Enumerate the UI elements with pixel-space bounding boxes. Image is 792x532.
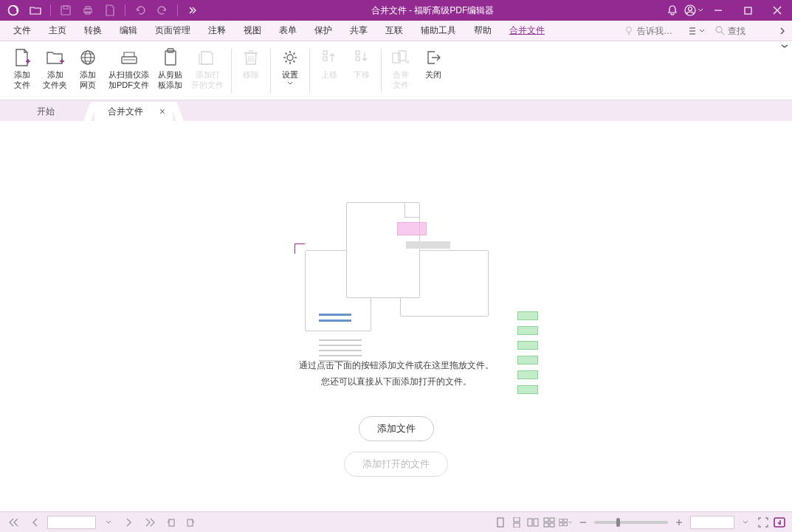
window-controls — [662, 0, 792, 21]
zoom-dropdown-icon[interactable] — [737, 514, 754, 531]
print-icon[interactable] — [78, 0, 98, 21]
ribbon-toolbar: 添加 文件 添加 文件夹 添加 网页 从扫描仪添 加PDF文件 从剪贴 板添加 … — [0, 41, 792, 100]
tellme-search[interactable] — [619, 24, 682, 38]
layout-more-icon[interactable] — [559, 516, 572, 529]
menu-combine[interactable]: 合并文件 — [500, 22, 554, 39]
title-bar: 合并文件 - 福昕高级PDF编辑器 — [0, 0, 792, 21]
page-dropdown-icon[interactable] — [100, 514, 117, 531]
open-icon[interactable] — [25, 0, 46, 21]
status-bar — [0, 511, 792, 532]
menu-home[interactable]: 主页 — [40, 22, 75, 39]
rotate-left-icon[interactable] — [162, 514, 179, 531]
svg-point-0 — [9, 6, 18, 15]
notification-icon[interactable] — [662, 0, 683, 21]
menu-share[interactable]: 共享 — [341, 22, 376, 39]
add-file-button[interactable]: 添加文件 — [359, 416, 434, 441]
tab-close-icon[interactable]: × — [159, 106, 165, 117]
menu-comment[interactable]: 注释 — [199, 22, 235, 39]
read-mode-icon[interactable] — [773, 516, 786, 529]
chevron-down-icon — [287, 81, 293, 85]
moveup-icon — [319, 47, 340, 68]
layout-single-icon[interactable] — [494, 516, 507, 529]
svg-rect-31 — [165, 51, 176, 65]
ribbon-add-scan[interactable]: 从扫描仪添 加PDF文件 — [104, 46, 154, 91]
exit-icon — [423, 47, 444, 68]
more-icon[interactable] — [182, 0, 203, 21]
menu-help[interactable]: 帮助 — [465, 22, 500, 39]
layout-continuous-icon[interactable] — [510, 516, 523, 529]
ribbon-add-web[interactable]: 添加 网页 — [72, 46, 104, 91]
layout-facing-icon[interactable] — [526, 516, 540, 529]
svg-point-18 — [716, 27, 722, 32]
menu-accessibility[interactable]: 辅助工具 — [412, 22, 465, 39]
svg-rect-54 — [544, 518, 548, 522]
menu-file[interactable]: 文件 — [4, 22, 40, 39]
redo-icon[interactable] — [152, 0, 173, 21]
ribbon-moveup: 上移 — [313, 46, 345, 81]
layout-facing2-icon[interactable] — [543, 516, 556, 529]
svg-rect-1 — [61, 6, 70, 15]
svg-rect-58 — [559, 519, 563, 522]
app-logo-icon — [3, 0, 24, 21]
scanner-icon — [119, 47, 140, 68]
menu-connect[interactable]: 互联 — [376, 22, 412, 39]
open-files-icon — [197, 47, 218, 68]
ribbon-add-clipboard[interactable]: 从剪贴 板添加 — [154, 46, 187, 91]
ribbon-remove: 移除 — [235, 46, 267, 81]
bulb-icon — [624, 26, 634, 35]
tab-combine[interactable]: 合并文件 × — [94, 102, 173, 121]
first-page-icon[interactable] — [6, 514, 22, 531]
zoom-in-icon[interactable] — [671, 514, 687, 531]
undo-icon[interactable] — [130, 0, 151, 21]
rotate-right-icon[interactable] — [183, 514, 199, 531]
save-icon[interactable] — [55, 0, 76, 21]
user-icon[interactable] — [683, 0, 703, 21]
svg-rect-2 — [63, 6, 68, 9]
next-page-icon[interactable] — [121, 514, 137, 531]
svg-rect-42 — [356, 57, 359, 61]
zoom-input[interactable] — [690, 516, 734, 529]
svg-rect-53 — [534, 519, 538, 526]
ribbon-collapse-button[interactable] — [780, 43, 789, 49]
svg-rect-50 — [514, 517, 520, 522]
find-input[interactable] — [728, 26, 768, 36]
svg-rect-4 — [86, 7, 90, 9]
zoom-out-icon[interactable] — [575, 514, 591, 531]
ribbon-add-file[interactable]: 添加 文件 — [6, 46, 38, 91]
page-input[interactable] — [47, 516, 96, 529]
search-icon — [715, 26, 725, 35]
ribbon-close[interactable]: 关闭 — [417, 46, 450, 81]
new-doc-icon[interactable] — [100, 0, 120, 21]
prev-page-icon[interactable] — [27, 514, 43, 531]
drop-illustration — [300, 202, 492, 335]
tellme-input[interactable] — [637, 26, 677, 36]
svg-rect-40 — [323, 57, 327, 61]
zoom-slider[interactable] — [594, 521, 668, 524]
instruction-line2: 您还可以直接从下面添加打开的文件。 — [321, 373, 472, 390]
menu-bar: 文件 主页 转换 编辑 页面管理 注释 视图 表单 保护 共享 互联 辅助工具 … — [0, 21, 792, 41]
menu-form[interactable]: 表单 — [270, 22, 306, 39]
gear-icon — [280, 47, 300, 68]
menu-convert[interactable]: 转换 — [75, 22, 111, 39]
svg-rect-52 — [528, 519, 532, 526]
menu-pages[interactable]: 页面管理 — [146, 22, 199, 39]
menu-protect[interactable]: 保护 — [306, 22, 341, 39]
svg-rect-59 — [564, 519, 568, 522]
menu-view[interactable]: 视图 — [235, 22, 270, 39]
document-tabs: 开始 合并文件 × — [0, 100, 792, 121]
svg-rect-57 — [550, 523, 554, 527]
menu-edit[interactable]: 编辑 — [111, 22, 146, 39]
window-title: 合并文件 - 福昕高级PDF编辑器 — [203, 4, 662, 17]
minimize-button[interactable] — [703, 0, 733, 21]
options-icon[interactable] — [686, 23, 706, 39]
fullscreen-icon[interactable] — [757, 516, 770, 529]
close-button[interactable] — [762, 0, 792, 21]
maximize-button[interactable] — [733, 0, 762, 21]
ribbon-add-folder[interactable]: 添加 文件夹 — [38, 46, 72, 91]
tab-start[interactable]: 开始 — [24, 102, 84, 121]
svg-rect-39 — [323, 51, 327, 55]
menu-scroll-right[interactable] — [777, 27, 788, 35]
ribbon-settings[interactable]: 设置 — [274, 46, 306, 86]
find-search[interactable] — [710, 24, 773, 38]
last-page-icon[interactable] — [142, 514, 158, 531]
